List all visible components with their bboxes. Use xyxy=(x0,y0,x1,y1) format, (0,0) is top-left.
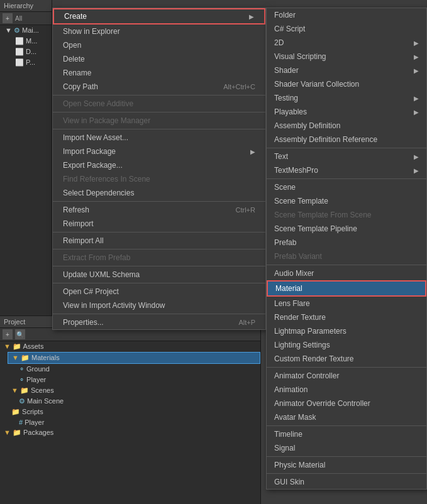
player-script-label: Player xyxy=(25,419,44,426)
packages-folder[interactable]: ▼ 📁 Packages xyxy=(0,427,260,438)
scripts-folder[interactable]: 📁 Scripts xyxy=(8,407,260,417)
menu-item-rename[interactable]: Rename xyxy=(53,66,265,80)
custom-render-texture-label: Custom Render Texture xyxy=(274,354,354,363)
create-label: Create xyxy=(64,12,87,21)
menu-item-copy-path[interactable]: Copy Path Alt+Ctrl+C xyxy=(53,80,265,94)
player-label: Player xyxy=(26,376,46,383)
player-script-icon: # xyxy=(19,419,23,426)
right-menu-item-avatar-mask[interactable]: Avatar Mask xyxy=(267,410,426,424)
assets-folder-icon: ▼ 📁 xyxy=(4,342,21,350)
right-menu-item-csharp[interactable]: C# Script xyxy=(267,22,426,36)
add-button[interactable]: + xyxy=(3,13,13,23)
menu-item-reimport-all[interactable]: Reimport All xyxy=(53,234,265,248)
right-menu-item-prefab[interactable]: Prefab xyxy=(267,236,426,249)
menu-item-open[interactable]: Open xyxy=(53,38,265,52)
menu-item-delete[interactable]: Delete xyxy=(53,52,265,66)
right-menu-item-playables[interactable]: Playables ▶ xyxy=(267,105,426,119)
menu-item-create[interactable]: Create ▶ xyxy=(53,8,265,25)
hierarchy-item-main[interactable]: ▼ ⚙ Mai... xyxy=(0,25,52,36)
menu-item-import-new[interactable]: Import New Asset... xyxy=(53,131,265,145)
right-menu-item-scene-template[interactable]: Scene Template xyxy=(267,194,426,208)
right-menu-item-animator-override[interactable]: Animator Override Controller xyxy=(267,397,426,410)
menu-item-import-package[interactable]: Import Package ▶ xyxy=(53,145,265,158)
materials-folder[interactable]: ▼ 📁 Materials xyxy=(8,352,260,364)
player-script-item[interactable]: # Player xyxy=(15,417,260,427)
right-menu-item-lens-flare[interactable]: Lens Flare xyxy=(267,297,426,310)
menu-item-view-import[interactable]: View in Import Activity Window xyxy=(53,299,265,312)
menu-item-properties[interactable]: Properties... Alt+P xyxy=(53,315,265,329)
properties-shortcut: Alt+P xyxy=(238,319,255,326)
ground-icon: ⚬ xyxy=(19,365,25,373)
right-menu-item-audio-mixer[interactable]: Audio Mixer xyxy=(267,266,426,280)
right-menu-item-signal[interactable]: Signal xyxy=(267,441,426,455)
right-menu-item-2d[interactable]: 2D ▶ xyxy=(267,36,426,50)
right-menu-item-render-texture[interactable]: Render Texture xyxy=(267,310,426,324)
right-menu-item-text[interactable]: Text ▶ xyxy=(267,150,426,163)
ground-item[interactable]: ⚬ Ground xyxy=(15,364,260,375)
right-menu-item-lightmap-params[interactable]: Lightmap Parameters xyxy=(267,324,426,338)
context-menu-left: Create ▶ Show in Explorer Open Delete Re… xyxy=(52,8,266,330)
reimport-label: Reimport xyxy=(63,219,94,228)
ground-label: Ground xyxy=(26,365,50,373)
view-import-label: View in Import Activity Window xyxy=(63,301,165,310)
right-menu-item-testing[interactable]: Testing ▶ xyxy=(267,91,426,105)
gui-skin-label: GUI Skin xyxy=(274,478,304,486)
player-icon: ⚬ xyxy=(19,376,25,383)
right-menu-item-textmeshpro[interactable]: TextMeshPro ▶ xyxy=(267,163,426,177)
menu-item-open-csharp[interactable]: Open C# Project xyxy=(53,285,265,299)
menu-item-update-uxml[interactable]: Update UXML Schema xyxy=(53,268,265,282)
menu-item-find-refs: Find References In Scene xyxy=(53,172,265,186)
right-menu-item-animator-controller[interactable]: Animator Controller xyxy=(267,369,426,383)
right-menu-item-folder[interactable]: Folder xyxy=(267,8,426,22)
assets-folder[interactable]: ▼ 📁 Assets xyxy=(0,341,260,352)
hierarchy-item-m[interactable]: ⬜ M... xyxy=(10,36,52,47)
right-menu-item-scene[interactable]: Scene xyxy=(267,180,426,194)
right-menu-item-material[interactable]: Material xyxy=(267,280,426,297)
right-menu-item-prefab-variant: Prefab Variant xyxy=(267,249,426,263)
right-menu-item-assembly-def[interactable]: Assembly Definition xyxy=(267,119,426,133)
menu-item-reimport[interactable]: Reimport xyxy=(53,217,265,231)
right-separator-5 xyxy=(267,425,426,426)
menu-item-show-explorer[interactable]: Show in Explorer xyxy=(53,25,265,38)
text-arrow-icon: ▶ xyxy=(414,153,419,160)
project-search-button[interactable]: 🔍 xyxy=(15,329,25,339)
csharp-label: C# Script xyxy=(274,25,305,33)
menu-item-export-package[interactable]: Export Package... xyxy=(53,158,265,172)
right-menu-item-assembly-def-ref[interactable]: Assembly Definition Reference xyxy=(267,133,426,146)
right-menu-item-timeline[interactable]: Timeline xyxy=(267,427,426,441)
menu-item-refresh[interactable]: Refresh Ctrl+R xyxy=(53,203,265,217)
material-label: Material xyxy=(275,284,302,293)
project-panel: Project + 🔍 ▼ 📁 Assets ▼ 📁 Materials ⚬ G… xyxy=(0,315,261,504)
properties-label: Properties... xyxy=(63,318,104,327)
right-menu-item-shader-variant[interactable]: Shader Variant Collection xyxy=(267,77,426,91)
project-add-button[interactable]: + xyxy=(3,329,13,339)
right-menu-item-shader[interactable]: Shader ▶ xyxy=(267,63,426,77)
right-menu-item-physic-material[interactable]: Physic Material xyxy=(267,458,426,472)
right-menu-item-scene-template-pipeline[interactable]: Scene Template Pipeline xyxy=(267,222,426,236)
menu-item-select-deps[interactable]: Select Dependencies xyxy=(53,186,265,200)
visual-scripting-arrow-icon: ▶ xyxy=(414,53,419,60)
open-additive-label: Open Scene Additive xyxy=(63,99,133,108)
prefab-label: Prefab xyxy=(274,238,296,247)
textmeshpro-arrow-icon: ▶ xyxy=(414,167,419,174)
main-scene-item[interactable]: ⚙ Main Scene xyxy=(15,396,260,407)
assets-label: Assets xyxy=(23,342,43,350)
assembly-def-ref-label: Assembly Definition Reference xyxy=(274,135,377,144)
materials-folder-icon: ▼ 📁 xyxy=(12,354,30,361)
cube-icon-d: ⬜ xyxy=(15,48,24,55)
scene-template-label: Scene Template xyxy=(274,197,328,205)
right-menu-item-visual-scripting[interactable]: Visual Scripting ▶ xyxy=(267,50,426,63)
player-item[interactable]: ⚬ Player xyxy=(15,375,260,385)
right-menu-item-custom-render-texture[interactable]: Custom Render Texture xyxy=(267,352,426,366)
hierarchy-item-p[interactable]: ⬜ P... xyxy=(10,57,52,68)
scenes-folder[interactable]: ▼ 📁 Scenes xyxy=(8,385,260,396)
main-scene-file-label: Main Scene xyxy=(27,397,64,405)
folder-label: Folder xyxy=(274,11,296,19)
separator-1 xyxy=(53,95,265,96)
scripts-label: Scripts xyxy=(22,408,43,415)
right-separator-4 xyxy=(267,367,426,368)
right-menu-item-lighting-settings[interactable]: Lighting Settings xyxy=(267,338,426,352)
hierarchy-item-d[interactable]: ⬜ D... xyxy=(10,47,52,57)
right-menu-item-gui-skin[interactable]: GUI Skin xyxy=(267,475,426,489)
right-menu-item-animation[interactable]: Animation xyxy=(267,383,426,397)
